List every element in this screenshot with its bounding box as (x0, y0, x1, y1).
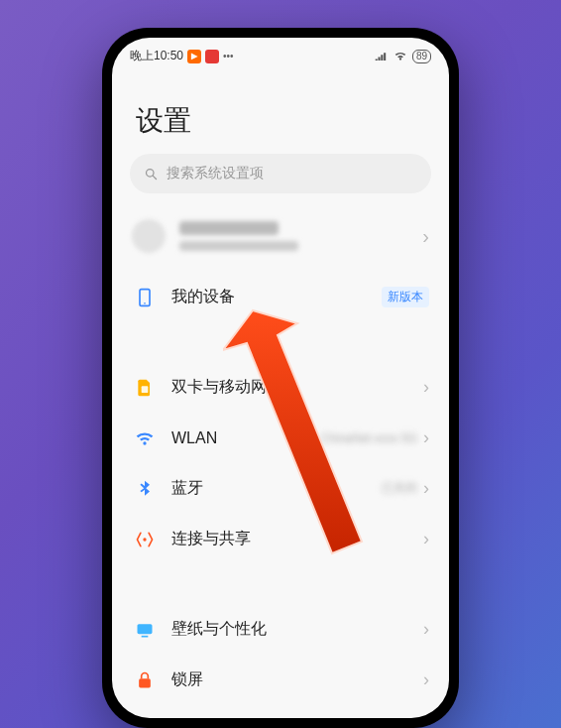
chevron-right-icon: › (422, 225, 429, 248)
status-icon-app1: ▶ (187, 50, 201, 63)
chevron-right-icon: › (423, 619, 429, 640)
row-label: 蓝牙 (171, 478, 382, 499)
row-label: 锁屏 (171, 669, 423, 690)
svg-rect-8 (139, 678, 151, 687)
avatar (132, 219, 166, 253)
search-placeholder: 搜索系统设置项 (167, 165, 264, 182)
search-input[interactable]: 搜索系统设置项 (130, 154, 431, 193)
search-icon (144, 167, 159, 182)
sim-icon (132, 378, 158, 398)
lock-icon (132, 670, 158, 690)
svg-line-1 (153, 176, 156, 179)
chevron-right-icon: › (423, 669, 429, 690)
status-more-icon: ••• (223, 51, 234, 61)
row-bluetooth[interactable]: 蓝牙 已关闭 › (112, 463, 449, 514)
account-row[interactable]: › (112, 209, 449, 272)
account-text (179, 221, 422, 251)
row-label: 双卡与移动网络 (171, 377, 423, 398)
svg-rect-7 (142, 635, 149, 637)
signal-icon (375, 50, 389, 63)
row-my-device[interactable]: 我的设备 新版本 (112, 272, 449, 322)
svg-rect-6 (138, 624, 153, 634)
share-icon (132, 530, 158, 549)
row-share[interactable]: 连接与共享 › (112, 514, 449, 564)
row-sim[interactable]: 双卡与移动网络 › (112, 362, 449, 413)
device-icon (132, 288, 158, 307)
phone-frame: 晚上10:50 ▶ ••• 89 设置 搜索系统设置项 (102, 28, 459, 728)
row-lock[interactable]: 锁屏 › (112, 655, 449, 705)
page-header: 设置 (112, 68, 449, 154)
page-title: 设置 (136, 102, 425, 140)
chevron-right-icon: › (423, 529, 429, 549)
account-name-blurred (179, 221, 279, 235)
row-wallpaper[interactable]: 壁纸与个性化 › (112, 604, 449, 655)
svg-point-3 (144, 303, 146, 304)
bluetooth-icon (132, 479, 158, 499)
wifi-status-icon (393, 50, 407, 63)
row-label: 我的设备 (171, 287, 382, 307)
status-icon-app2 (205, 50, 219, 63)
account-sub-blurred (179, 241, 298, 251)
svg-point-0 (147, 169, 155, 177)
wifi-icon (132, 428, 158, 448)
row-label: WLAN (171, 429, 321, 447)
wlan-value-blurred: ChinaNet-xxxx 5G (321, 431, 417, 445)
status-time: 晚上10:50 (130, 48, 183, 64)
svg-rect-4 (142, 386, 149, 393)
row-label: 连接与共享 (171, 529, 423, 549)
row-wlan[interactable]: WLAN ChinaNet-xxxx 5G › (112, 413, 449, 463)
row-label: 壁纸与个性化 (171, 619, 423, 640)
battery-level: 89 (412, 50, 431, 63)
wallpaper-icon (132, 620, 158, 640)
chevron-right-icon: › (423, 427, 429, 448)
bluetooth-value-blurred: 已关闭 (382, 480, 417, 497)
chevron-right-icon: › (423, 377, 429, 398)
screen: 晚上10:50 ▶ ••• 89 设置 搜索系统设置项 (112, 38, 449, 718)
chevron-right-icon: › (423, 478, 429, 499)
new-version-badge: 新版本 (382, 287, 429, 307)
svg-point-5 (143, 538, 146, 541)
status-bar: 晚上10:50 ▶ ••• 89 (112, 38, 449, 68)
